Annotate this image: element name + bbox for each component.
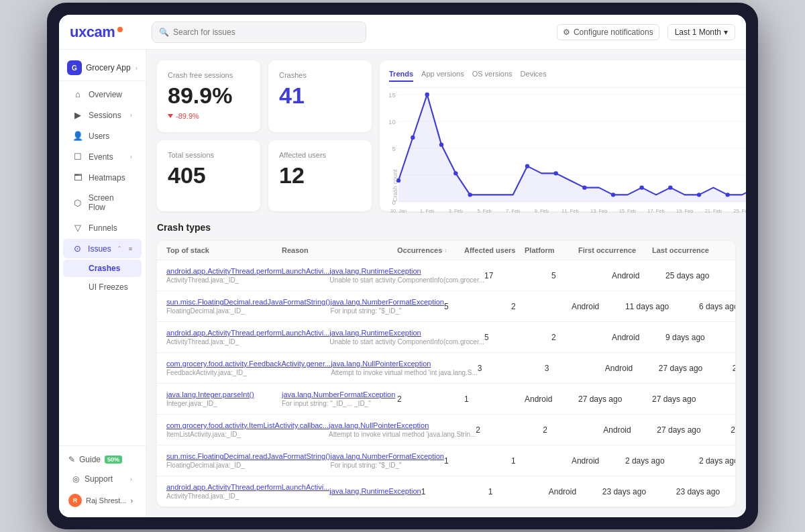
home-icon: ⌂: [72, 89, 83, 99]
app-selector[interactable]: G Grocery App ›: [59, 55, 146, 81]
total-sessions-label: Total sessions: [168, 151, 250, 159]
cell-stack-2: android.app.ActivityThread.performLaunch…: [166, 329, 329, 345]
sidebar-item-overview[interactable]: ⌂ Overview: [63, 85, 142, 104]
sidebar-item-events[interactable]: ☐ Events ›: [63, 147, 142, 166]
stack-main-5[interactable]: com.grocery.food.activity.ItemListActivi…: [166, 421, 329, 429]
reason-sub-6: For input string: "$_ID_": [331, 462, 444, 469]
crashes-label: Crashes: [89, 264, 120, 273]
search-input[interactable]: [173, 28, 359, 37]
user-profile[interactable]: R Raj Shrest... ›: [59, 489, 146, 512]
date-filter-button[interactable]: Last 1 Month ▾: [667, 24, 735, 40]
reason-main-0[interactable]: java.lang.RuntimeException: [329, 267, 484, 275]
tab-trends[interactable]: Trends: [389, 70, 413, 82]
tab-app-versions[interactable]: App versions: [421, 70, 464, 82]
stack-main-3[interactable]: com.grocery.food.activity.FeedbackActivi…: [166, 360, 331, 368]
guide-button[interactable]: ✎ Guide 50%: [59, 450, 146, 469]
tab-os-versions[interactable]: OS versions: [472, 70, 513, 82]
cell-platform-1: Android: [572, 302, 625, 311]
cell-first-occurrence-7: 23 days ago: [602, 487, 676, 496]
sidebar-item-users[interactable]: 👤 Users: [63, 126, 142, 146]
cell-affected-users-7: 1: [488, 487, 549, 496]
col-affected-users: Affected users: [464, 246, 525, 254]
logo-text: uxcam: [70, 23, 115, 41]
cell-occurrences-2: 5: [484, 333, 551, 342]
sidebar-subitem-ui-freezes[interactable]: UI Freezes: [63, 278, 142, 296]
guide-badge: 50%: [105, 456, 122, 464]
sidebar-item-heatmaps[interactable]: 🗔 Heatmaps: [63, 168, 142, 187]
cell-last-occurrence-3: 26 days ago: [733, 364, 735, 373]
tab-devices[interactable]: Devices: [521, 70, 547, 82]
reason-sub-1: For input string: "$_ID_": [331, 307, 444, 315]
reason-main-1[interactable]: java.lang.NumberFormatException: [331, 298, 444, 306]
reason-main-6[interactable]: java.lang.NumberFormatException: [331, 452, 444, 460]
stack-main-0[interactable]: android.app.ActivityThread.performLaunch…: [166, 267, 329, 275]
stack-main-1[interactable]: sun.misc.FloatingDecimal.readJavaFormatS…: [166, 298, 331, 306]
cell-platform-5: Android: [603, 425, 657, 435]
nav-label-funnels: Funnels: [89, 223, 117, 233]
reason-main-2[interactable]: java.lang.RuntimeException: [329, 329, 484, 337]
col-last-occurrence: Last occurrence: [652, 246, 726, 254]
stack-main-6[interactable]: sun.misc.FloatingDecimal.readJavaFormatS…: [166, 452, 331, 460]
stack-sub-2: ActivityThread.java:_ID_: [166, 338, 329, 345]
date-filter-label: Last 1 Month: [675, 28, 721, 37]
sidebar-subitem-crashes[interactable]: Crashes: [63, 260, 142, 277]
crashes-label: Crashes: [279, 71, 361, 79]
stack-main-4[interactable]: java.lang.Integer.parseInt(): [166, 390, 282, 398]
sidebar-item-screen-flow[interactable]: ⬡ Screen Flow: [63, 189, 142, 217]
svg-point-18: [582, 185, 586, 189]
sort-icon: ↓: [444, 247, 447, 254]
stack-sub-3: FeedbackActivity.java:_ID_: [166, 369, 331, 376]
reason-main-4[interactable]: java.lang.NumberFormatException: [282, 390, 397, 398]
svg-point-14: [453, 171, 458, 175]
reason-main-5[interactable]: java.lang.NullPointerException: [329, 421, 476, 429]
stack-sub-6: FloatingDecimal.java:_ID_: [166, 462, 331, 469]
cell-stack-1: sun.misc.FloatingDecimal.readJavaFormatS…: [166, 298, 331, 315]
cell-last-occurrence-5: 25 days ago: [731, 425, 735, 435]
crash-free-value: 89.9%: [168, 83, 250, 108]
stack-main-7[interactable]: android.app.ActivityThread.performLaunch…: [166, 483, 329, 491]
user-avatar: R: [68, 494, 82, 507]
cell-reason-2: java.lang.RuntimeException Unable to sta…: [329, 329, 484, 345]
crash-table: Top of stack Reason Occurrences ↓ Affect…: [157, 241, 735, 507]
search-bar[interactable]: 🔍: [152, 21, 366, 43]
cell-platform-0: Android: [612, 271, 665, 280]
cell-occurrences-6: 1: [444, 456, 511, 466]
configure-notifications-button[interactable]: ⚙ Configure notifications: [557, 24, 659, 40]
crash-types-section: Crash types Top of stack Reason Occurren…: [157, 222, 735, 507]
reason-sub-4: For input string: "_ID_... _ID_": [282, 400, 397, 407]
reason-sub-5: Attempt to invoke virtual method 'java.l…: [329, 431, 476, 438]
cell-affected-users-3: 3: [545, 364, 605, 373]
support-button[interactable]: ◎ Support ›: [63, 470, 142, 488]
cell-stack-4: java.lang.Integer.parseInt() Integer.jav…: [166, 390, 282, 407]
col-first-occurrence: First occurrence: [578, 246, 652, 254]
cell-affected-users-4: 1: [464, 394, 525, 404]
top-bar: uxcam 🔍 ⚙ Configure notifications Last 1…: [59, 15, 746, 50]
table-row: com.grocery.food.activity.ItemListActivi…: [157, 415, 735, 445]
total-sessions-value: 405: [168, 163, 250, 188]
cell-last-occurrence-4: 27 days ago: [652, 394, 726, 404]
sidebar-item-funnels[interactable]: ▽ Funnels: [63, 218, 142, 237]
cell-last-occurrence-1: 6 days ago: [699, 302, 735, 311]
svg-text:1. Feb: 1. Feb: [420, 208, 434, 214]
reason-main-3[interactable]: java.lang.NullPointerException: [331, 360, 478, 368]
app-name: Grocery App: [86, 63, 131, 72]
crash-free-label: Crash free sessions: [168, 71, 250, 79]
stats-grid: Crash free sessions 89.9% -89.9% Crashes…: [157, 60, 372, 211]
sidebar: G Grocery App › ⌂ Overview ▶ Sessions › …: [59, 50, 146, 517]
main-layout: G Grocery App › ⌂ Overview ▶ Sessions › …: [59, 50, 746, 517]
col-occurrences[interactable]: Occurrences ↓: [397, 246, 464, 254]
reason-main-7[interactable]: java.lang.RuntimeException: [329, 487, 421, 495]
cell-reason-0: java.lang.RuntimeException Unable to sta…: [329, 267, 484, 284]
cell-reason-6: java.lang.NumberFormatException For inpu…: [331, 452, 444, 469]
list-icon: ≡: [129, 246, 132, 252]
stack-main-2[interactable]: android.app.ActivityThread.performLaunch…: [166, 329, 329, 337]
support-icon: ◎: [72, 474, 79, 484]
ui-freezes-label: UI Freezes: [89, 282, 128, 292]
svg-point-11: [411, 136, 415, 140]
affected-users-card: Affected users 12: [268, 140, 372, 212]
sidebar-item-issues[interactable]: ⊙ Issues ⌃ ≡: [63, 239, 142, 258]
sidebar-item-sessions[interactable]: ▶ Sessions ›: [63, 105, 142, 125]
cell-occurrences-0: 17: [484, 271, 551, 280]
cell-occurrences-7: 1: [421, 487, 488, 496]
nav-label-issues: Issues: [88, 244, 111, 254]
